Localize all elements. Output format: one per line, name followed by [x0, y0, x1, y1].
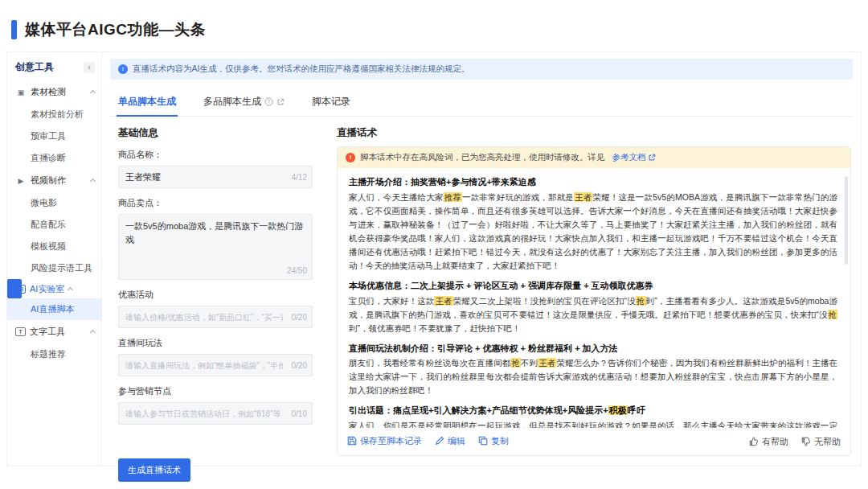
- collapse-sidebar-button[interactable]: ‹: [84, 62, 95, 73]
- risk-highlight: 抢: [828, 310, 838, 319]
- sidebar-item[interactable]: 预审工具: [7, 125, 101, 147]
- field-promo-activity: 优惠活动0/20: [118, 289, 313, 328]
- risk-highlight: 推荐: [444, 192, 462, 202]
- section-heading: 直播间玩法机制介绍：引导评论 + 优惠特权 + 粉丝群福利 + 加入方法: [349, 341, 837, 357]
- promo-activity-input[interactable]: [119, 306, 312, 327]
- sidebar-item[interactable]: 标题推荐: [7, 343, 101, 365]
- risk-highlight: 抢: [636, 296, 646, 306]
- sidebar-title: 创意工具: [15, 60, 54, 74]
- sidebar-header: 创意工具 ‹: [7, 52, 101, 80]
- risk-warning-bar: ! 脚本话术中存在高风险词，已为您高亮处理，使用时请修改。详见 参考文档: [338, 147, 850, 168]
- script-section-3: 直播间玩法机制介绍：引导评论 + 优惠特权 + 粉丝群福利 + 加入方法朋友们，…: [349, 341, 837, 398]
- tab-3[interactable]: 脚本记录: [310, 88, 352, 116]
- sidebar-group-label: AI实验室: [30, 283, 64, 295]
- sidebar-group-4[interactable]: T文字工具: [7, 320, 101, 343]
- edit-button[interactable]: 编辑: [435, 435, 465, 447]
- section-heading: 主播开场介绍：抽奖营销+参与情况+带来紧迫感: [349, 175, 837, 191]
- footer-actions: 保存至脚本记录编辑复制: [347, 434, 522, 449]
- reference-doc-label: 参考文档: [612, 152, 646, 163]
- thumbs-down-icon: [801, 437, 811, 446]
- char-counter: 24/50: [287, 266, 307, 275]
- char-counter: 0/10: [292, 409, 307, 418]
- video-production-icon: ▶: [15, 177, 27, 185]
- script-output-title: 直播话术: [337, 126, 851, 140]
- sidebar-nav: ▣素材检测素材投前分析预审工具直播诊断▶视频制作微电影配音配乐模板视频风险提示语…: [7, 80, 101, 365]
- tab-label: 脚本记录: [312, 95, 350, 109]
- char-counter: 4/12: [292, 173, 307, 182]
- page-header: 媒体平台AIGC功能—头条: [0, 0, 868, 51]
- feedback-label: 有帮助: [762, 436, 788, 448]
- product-name-wrap: 4/12: [118, 166, 313, 188]
- tab-label: 多品脚本生成: [203, 95, 261, 109]
- sidebar-group-1[interactable]: ▣素材检测: [7, 80, 101, 104]
- form-section-title: 基础信息: [118, 126, 313, 140]
- helpful-button[interactable]: 有帮助: [749, 436, 788, 448]
- form-fields: 商品名称：4/12商品卖点：24/50优惠活动0/20直播间玩法0/20参与营销…: [118, 149, 313, 425]
- tab-bar: 单品脚本生成多品脚本生成?脚本记录: [110, 88, 853, 117]
- text-tools-icon: T: [15, 327, 26, 336]
- marketing-node-input[interactable]: [119, 403, 312, 424]
- field-label: 商品卖点：: [118, 197, 313, 209]
- sidebar-item[interactable]: 模板视频: [7, 236, 101, 257]
- field-label: 直播间玩法: [118, 337, 313, 349]
- script-footer: 保存至脚本记录编辑复制 有帮助无帮助: [338, 428, 850, 455]
- chevron-up-icon: [90, 90, 96, 96]
- svg-text:?: ?: [268, 99, 271, 105]
- selling-points-wrap: 24/50: [118, 214, 313, 280]
- sidebar-group-3[interactable]: AIAI实验室: [7, 279, 22, 298]
- product-name-input[interactable]: [119, 166, 312, 187]
- section-paragraph: 家人们，今天主播给大家推荐一款非常好玩的游戏，那就是王者荣耀！这是一款5v5的M…: [349, 191, 837, 273]
- notice-text: 直播话术内容为AI生成，仅供参考。您对话术的使用应严格遵循国家相关法律法规的规定…: [133, 64, 469, 75]
- selling-points-input[interactable]: [119, 215, 312, 279]
- section-paragraph: 朋友们，我看经常有粉丝说每次在直播间都抢不到王者荣耀怎么办？告诉你们个秘密，因为…: [349, 356, 837, 397]
- section-heading: 本场优惠信息：二次上架提示 + 评论区互动 + 强调库存限量 + 互动领取优惠券: [349, 278, 837, 294]
- content-columns: 基础信息 商品名称：4/12商品卖点：24/50优惠活动0/20直播间玩法0/2…: [110, 117, 853, 466]
- edit-icon: [435, 436, 444, 446]
- sidebar: 创意工具 ‹ ▣素材检测素材投前分析预审工具直播诊断▶视频制作微电影配音配乐模板…: [7, 52, 102, 466]
- sidebar-item[interactable]: 风险提示语工具: [7, 257, 101, 279]
- sidebar-item[interactable]: AI直播脚本: [7, 298, 101, 320]
- chevron-up-icon: [68, 286, 73, 292]
- ai-lab-icon: AI: [15, 285, 26, 294]
- generate-script-button[interactable]: 生成直播话术: [118, 458, 190, 482]
- sidebar-group-2[interactable]: ▶视频制作: [7, 169, 101, 192]
- sidebar-item[interactable]: 素材投前分析: [7, 104, 101, 125]
- title-accent-bar: [11, 20, 17, 39]
- live-gameplay-wrap: 0/20: [118, 354, 313, 376]
- scrollbar[interactable]: [845, 176, 848, 265]
- tab-1[interactable]: 单品脚本生成: [117, 88, 178, 116]
- main-content: i 直播话术内容为AI生成，仅供参考。您对话术的使用应严格遵循国家相关法律法规的…: [102, 52, 861, 466]
- reference-doc-link[interactable]: 参考文档: [612, 152, 656, 163]
- script-section-2: 本场优惠信息：二次上架提示 + 评论区互动 + 强调库存限量 + 互动领取优惠券…: [349, 278, 837, 335]
- promo-activity-wrap: 0/20: [118, 306, 313, 328]
- ai-disclaimer-bar: i 直播话术内容为AI生成，仅供参考。您对话术的使用应严格遵循国家相关法律法规的…: [110, 59, 853, 80]
- sidebar-group-label: 素材检测: [31, 86, 87, 98]
- script-box: ! 脚本话术中存在高风险词，已为您高亮处理，使用时请修改。详见 参考文档 主播开…: [337, 146, 851, 456]
- action-label: 复制: [491, 435, 509, 447]
- risk-highlight: 王者: [434, 296, 452, 306]
- field-label: 优惠活动: [118, 289, 313, 301]
- risk-highlight: 王者: [574, 192, 592, 202]
- copy-icon: [478, 436, 488, 446]
- sidebar-item[interactable]: 直播诊断: [7, 147, 101, 169]
- page: 媒体平台AIGC功能—头条 创意工具 ‹ ▣素材检测素材投前分析预审工具直播诊断…: [0, 0, 868, 489]
- feedback-label: 无帮助: [814, 436, 841, 448]
- warning-icon: !: [346, 153, 355, 162]
- tab-2[interactable]: 多品脚本生成?: [202, 88, 286, 116]
- sidebar-group-label: 文字工具: [30, 326, 87, 338]
- live-gameplay-input[interactable]: [119, 355, 312, 376]
- external-link-icon: [276, 98, 285, 106]
- tab-label: 单品脚本生成: [118, 95, 176, 109]
- action-label: 编辑: [448, 435, 465, 447]
- section-paragraph: 家人们，你们是不是经常明明想在一起玩游戏，但总是找不到好玩的游戏？如果是的话，那…: [349, 419, 837, 428]
- section-paragraph: 宝贝们，大家好！这款王者荣耀又二次上架啦！没抢到的宝贝在评论区扣“没抢到”，主播…: [349, 294, 837, 335]
- not-helpful-button[interactable]: 无帮助: [801, 436, 841, 448]
- field-label: 商品名称：: [118, 149, 313, 161]
- help-icon: ?: [264, 97, 273, 106]
- save-to-records-button[interactable]: 保存至脚本记录: [347, 435, 422, 447]
- section-heading: 引出话题：痛点呈现+引入解决方案+产品细节优势体现+风险提示+积极呼吁: [349, 403, 837, 419]
- sidebar-item[interactable]: 配音配乐: [7, 214, 101, 236]
- sidebar-item[interactable]: 微电影: [7, 192, 101, 214]
- script-form: 基础信息 商品名称：4/12商品卖点：24/50优惠活动0/20直播间玩法0/2…: [110, 117, 326, 466]
- copy-button[interactable]: 复制: [478, 435, 509, 447]
